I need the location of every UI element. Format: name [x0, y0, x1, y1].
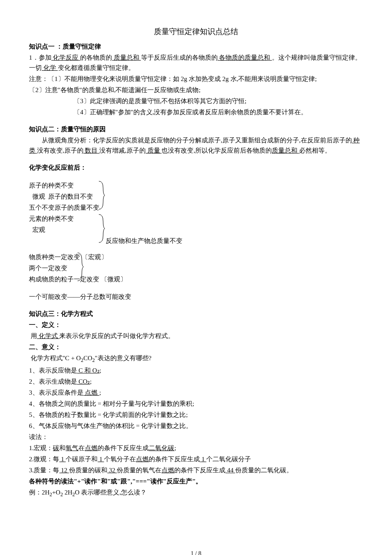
- brace-icon: [76, 252, 84, 282]
- t: 宏观: [32, 226, 45, 233]
- t: 1.宏观：: [29, 445, 53, 451]
- m2: 2、表示生成物是 CO₂;: [29, 376, 363, 387]
- kp1-note1: 注意：〔1〕不能用物理变化来说明质量守恒定律：如 2g 水加热变成 2g 水,不…: [29, 74, 363, 84]
- kp2-heading: 知识点二：质量守恒的原因: [29, 124, 363, 134]
- t: 3.质量：每: [29, 467, 59, 474]
- change-heading: 化学变化反应前后：: [29, 162, 363, 173]
- t: 也没有改变,所以化学反应前后各物质的: [161, 147, 272, 154]
- t: 1、表示反应物是: [29, 367, 77, 374]
- t: 个二氧化碳分子: [206, 456, 251, 462]
- blank: 氧气: [66, 445, 78, 451]
- blank: 点燃: [136, 456, 149, 462]
- blank: 数目: [84, 147, 100, 154]
- brace-icon: [97, 180, 106, 210]
- t: 从微观角度分析：化学反应的实质就是反应物的分子分解成原子,原子又重新组合成新的分…: [42, 137, 352, 144]
- kp1-note4: 〔4〕正确理解"参加"的含义,没有参加反应或者反应后剩余物质的质量不要计算在。: [29, 107, 363, 117]
- blank: 点燃: [161, 467, 174, 474]
- blank: 1: [200, 456, 206, 462]
- t: 原子的数目不变: [48, 193, 93, 200]
- t: 变化都遵循质量守恒定律。: [58, 64, 135, 71]
- r3: 3.质量：每 12 份质量的碳和 32 份质量的氧气在点燃的条件下反应生成 44…: [29, 465, 363, 475]
- example: 例：2H2+O2 2H2O 表示哪些意义,怎么读？: [29, 487, 363, 499]
- blank: 44: [225, 467, 235, 474]
- blank: 质量总和: [272, 147, 299, 154]
- m4: 4、各物质之间的质量比 = 相对分子量与化学计量数的乘积;: [29, 399, 363, 409]
- page-footer: 1 / 8: [29, 549, 363, 555]
- t: 的各物质的: [80, 54, 112, 61]
- t: O 表示哪些意义,怎么读？: [75, 489, 147, 496]
- t: 1．参加: [29, 54, 52, 61]
- t: 化学方程式"C + O: [31, 355, 81, 361]
- blank: CO₂: [77, 378, 90, 385]
- m3: 3、表示反应条件是 点燃 ;: [29, 387, 363, 398]
- kp1-p1: 1．参加 化学反应 的各物质的 质量总和 等于反应后生成的各物质的 各物质的质量…: [29, 52, 363, 73]
- kp3-block: 知识点三：化学方程式 一、定义： 用 化学式 来表示化学反应的式子叫做化学方程式…: [29, 309, 363, 499]
- g4: 一个可能改变——分子总数可能改变: [29, 292, 363, 302]
- t: ;: [100, 367, 101, 374]
- t: 没有增减,原子的: [99, 147, 146, 154]
- t: 的条件下反应生成: [174, 467, 225, 474]
- kp2-block: 知识点二：质量守恒的原因 从微观角度分析：化学反应的实质就是反应物的分子分解成原…: [29, 124, 363, 156]
- t: 份质量的二氧化碳。: [235, 467, 293, 474]
- f2: 微观 原子的数目不变: [29, 191, 363, 202]
- blank: 二氧化碳: [149, 445, 174, 451]
- kp1-note2: 〔2〕注意"各物质"的质量总和,不能遗漏任一反应物或生成物;: [29, 85, 363, 95]
- kp3-heading: 知识点三：化学方程式: [29, 309, 363, 319]
- blank: 质量: [146, 147, 162, 154]
- f5a: 宏观: [29, 225, 363, 235]
- blank: 化学: [42, 64, 58, 71]
- d2: 二、意义：: [29, 342, 363, 352]
- t: 2、表示生成物是: [29, 378, 77, 385]
- r1: 1.宏观：碳和氧气在点燃的条件下反应生成二氧化碳;: [29, 443, 363, 453]
- r2: 2.微观：每 1 个碳原子和 1 个氧分子在点燃的条件下反应生成 1 个二氧化碳…: [29, 454, 363, 464]
- t: 份质量的碳和: [69, 467, 107, 474]
- page-container: 质量守恒定律知识点总结 知识点一 ：质量守恒定律 1．参加 化学反应 的各物质的…: [29, 26, 363, 555]
- t: 微观: [32, 193, 45, 200]
- t: 3、表示反应条件是: [29, 389, 84, 396]
- t: ;: [90, 378, 92, 385]
- t: 的条件下反应生成: [149, 456, 200, 462]
- blank: 各物质的质量总和: [218, 54, 272, 61]
- blank: 碳: [53, 445, 59, 451]
- f4: 元素的种类不变: [29, 214, 363, 224]
- t: 例：2H: [29, 489, 49, 496]
- sym: 各种符号的读法"+"读作"和"或"跟","==="读作"反应生产"。: [29, 476, 363, 486]
- t: 在: [78, 445, 85, 451]
- t: 和: [59, 445, 66, 451]
- blank: 1: [59, 456, 66, 462]
- blank: 质量总和: [112, 54, 141, 61]
- blank: 12: [59, 467, 69, 474]
- d1-body: 用 化学式 来表示化学反应的式子叫做化学方程式。: [29, 331, 363, 341]
- t: 的条件下反应生成: [98, 445, 149, 451]
- page-title: 质量守恒定律知识点总结: [29, 26, 363, 38]
- kp1-note3: 〔3〕此定律强调的是质量守恒,不包括体积等其它方面的守恒;: [29, 96, 363, 106]
- t: 个氧分子在: [104, 456, 136, 462]
- m1: 1、表示反应物是 C 和 O₂;: [29, 365, 363, 376]
- t: 2H: [63, 489, 72, 496]
- t: ;: [174, 445, 176, 451]
- kp1-heading: 知识点一 ：质量守恒定律: [29, 41, 363, 52]
- t: 个碳原子和: [66, 456, 98, 462]
- blank: 化学式: [37, 332, 60, 339]
- blank: C 和 O₂: [77, 367, 100, 374]
- change-block: 化学变化反应前后： 原子的种类不变 微观 原子的数目不变 五个不变原子的质量不变…: [29, 162, 363, 302]
- t: CO: [84, 355, 92, 361]
- d2-body: 化学方程式"C + O2CO2"表达的意义有哪些?: [29, 353, 363, 364]
- five-unchanged: 原子的种类不变 微观 原子的数目不变 五个不变原子的质量不变 元素的种类不变 宏…: [29, 180, 363, 244]
- blank: 化学反应: [52, 54, 81, 61]
- t: 2.微观：每: [29, 456, 59, 462]
- f5b: 反应物和生产物总质量不变: [29, 236, 363, 246]
- blank: 1: [98, 456, 104, 462]
- t: ;: [99, 389, 101, 396]
- t: 用: [31, 332, 37, 339]
- brace-icon: [97, 214, 106, 243]
- kp2-body: 从微观角度分析：化学反应的实质就是反应物的分子分解成原子,原子又重新组合成新的分…: [29, 135, 363, 156]
- t: "表达的意义有哪些?: [95, 355, 152, 361]
- m5: 5、各物质的粒子数量比 = 化学式前面的化学计量数之比;: [29, 410, 363, 420]
- f3: 五个不变原子的质量不变: [29, 202, 363, 213]
- blank: 32: [107, 467, 117, 474]
- t: +O: [52, 489, 60, 496]
- f1: 原子的种类不变: [29, 180, 363, 191]
- t: 来表示化学反应的式子叫做化学方程式。: [59, 332, 174, 339]
- d1: 一、定义：: [29, 320, 363, 330]
